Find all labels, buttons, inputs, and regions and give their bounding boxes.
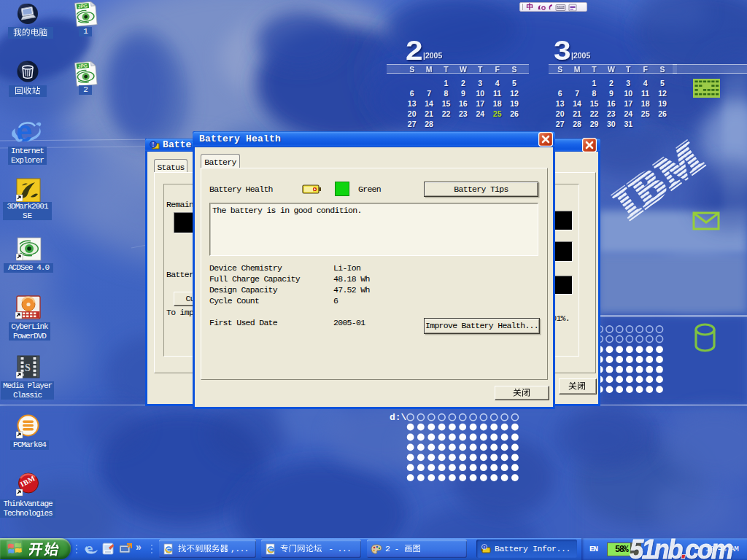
svg-text:JPG: JPG [78,63,88,69]
svg-text:S: S [25,362,31,373]
svg-text:JPG: JPG [78,3,88,9]
svg-text:!: ! [484,544,485,549]
svg-text:!: ! [152,141,154,148]
svg-text:»: » [136,541,142,553]
